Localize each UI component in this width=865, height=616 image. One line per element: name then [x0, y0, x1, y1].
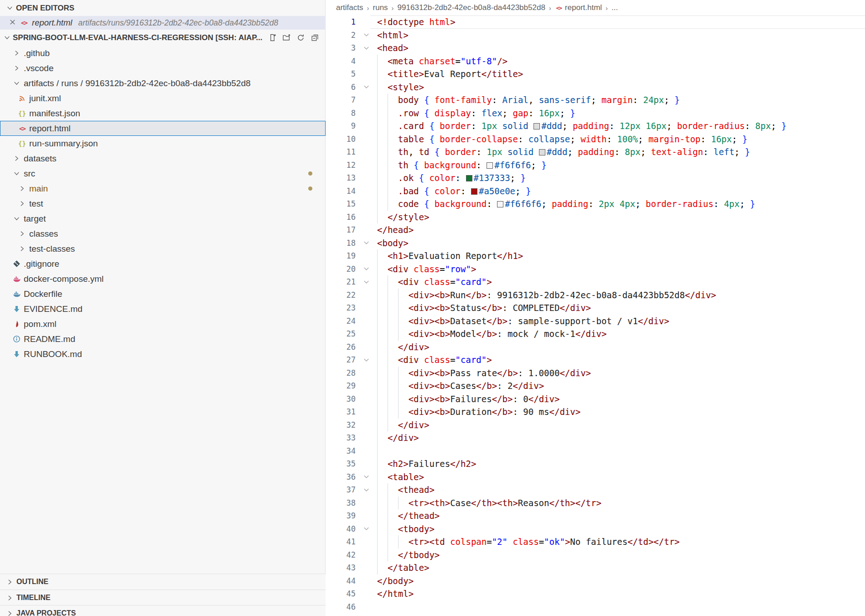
code-line-20[interactable]: 20<div class="row"> [326, 263, 865, 276]
code-line-32[interactable]: 32</div> [326, 419, 865, 432]
new-folder-icon[interactable] [282, 33, 291, 42]
tree-item-github[interactable]: .github [0, 46, 326, 61]
tree-item-report-html[interactable]: <>report.html [0, 121, 326, 136]
tree-item-test-classes[interactable]: test-classes [0, 241, 326, 256]
code-line-29[interactable]: 29<div><b>Cases</b>: 2</div> [326, 379, 865, 393]
code-line-35[interactable]: 35<h2>Failures</h2> [326, 457, 865, 471]
breadcrumb-item[interactable]: ... [611, 3, 618, 12]
tree-item-gitignore[interactable]: .gitignore [0, 256, 326, 271]
code-line-17[interactable]: 17</head> [326, 223, 865, 237]
fold-chevron-icon[interactable] [356, 263, 377, 276]
fold-chevron-icon[interactable] [356, 41, 377, 55]
open-editors-header[interactable]: OPEN EDITORS [0, 0, 325, 16]
fold-chevron-icon[interactable] [356, 29, 377, 42]
fold-chevron-icon[interactable] [356, 81, 377, 94]
code-line-36[interactable]: 36<table> [326, 471, 865, 484]
breadcrumb-item[interactable]: artifacts [336, 3, 363, 12]
code-line-5[interactable]: 5<title>Eval Report</title> [326, 67, 865, 81]
line-number: 20 [326, 263, 356, 276]
code-line-1[interactable]: 1<!doctype html> [326, 16, 865, 29]
code-line-4[interactable]: 4<meta charset="utf-8"/> [326, 55, 865, 68]
code-line-28[interactable]: 28<div><b>Pass rate</b>: 1.0000</div> [326, 367, 865, 380]
code-line-33[interactable]: 33</div> [326, 431, 865, 445]
breadcrumb-item[interactable]: runs [373, 3, 388, 12]
code-line-3[interactable]: 3<head> [326, 41, 865, 55]
code-line-23[interactable]: 23<div><b>Status</b>: COMPLETED</div> [326, 301, 865, 315]
fold-chevron-icon[interactable] [356, 275, 377, 289]
fold-chevron-icon[interactable] [356, 471, 377, 484]
code-line-21[interactable]: 21<div class="card"> [326, 275, 865, 289]
tree-item-artifacts-runs-9916312b-2db2-42ec-b0a8-da4423bb52d8[interactable]: artifacts / runs / 9916312b-2db2-42ec-b0… [0, 76, 326, 91]
fold-chevron-icon[interactable] [356, 523, 377, 536]
tree-item-test[interactable]: test [0, 196, 326, 211]
code-line-42[interactable]: 42</tbody> [326, 549, 865, 562]
code-line-38[interactable]: 38<tr><th>Case</th><th>Reason</th></tr> [326, 497, 865, 510]
tree-item-vscode[interactable]: .vscode [0, 61, 326, 76]
open-editor-report-html[interactable]: <> report.html artifacts/runs/9916312b-2… [0, 16, 325, 30]
code-line-24[interactable]: 24<div><b>Dataset</b>: sample-support-bo… [326, 315, 865, 328]
tree-item-label: junit.xml [29, 93, 61, 104]
code-line-39[interactable]: 39</thead> [326, 509, 865, 523]
code-line-12[interactable]: 12th { background: #f6f6f6; } [326, 159, 865, 172]
tree-item-src[interactable]: src [0, 166, 326, 181]
section-header-java-projects[interactable]: JAVA PROJECTS [0, 605, 326, 616]
code-line-14[interactable]: 14.bad { color: #a50e0e; } [326, 185, 865, 198]
code-line-10[interactable]: 10table { border-collapse: collapse; wid… [326, 133, 865, 146]
refresh-icon[interactable] [296, 33, 306, 42]
modified-badge [308, 186, 312, 191]
color-swatch [497, 201, 503, 207]
code-line-25[interactable]: 25<div><b>Model</b>: mock / mock-1</div> [326, 327, 865, 341]
tree-item-dockerfile[interactable]: Dockerfile [0, 286, 326, 301]
tree-item-manifest-json[interactable]: {}manifest.json [0, 106, 326, 121]
code-line-30[interactable]: 30<div><b>Failures</b>: 0</div> [326, 393, 865, 406]
code-line-11[interactable]: 11th, td { border: 1px solid #ddd; paddi… [326, 145, 865, 159]
tree-item-target[interactable]: target [0, 211, 326, 226]
code-line-2[interactable]: 2<html> [326, 29, 865, 42]
tree-item-pom-xml[interactable]: pom.xml [0, 316, 326, 331]
code-line-15[interactable]: 15code { background: #f6f6f6; padding: 2… [326, 197, 865, 211]
code-line-27[interactable]: 27<div class="card"> [326, 353, 865, 367]
code-line-6[interactable]: 6<style> [326, 81, 865, 94]
tree-item-evidence-md[interactable]: EVIDENCE.md [0, 301, 326, 316]
tree-item-runbook-md[interactable]: RUNBOOK.md [0, 347, 326, 362]
collapse-all-icon[interactable] [311, 33, 320, 42]
tree-item-classes[interactable]: classes [0, 226, 326, 241]
tree-item-docker-compose-yml[interactable]: docker-compose.yml [0, 271, 326, 286]
code-editor[interactable]: 1<!doctype html>2<html>3<head>4<meta cha… [326, 16, 865, 613]
code-line-43[interactable]: 43</table> [326, 561, 865, 575]
line-number: 12 [326, 159, 356, 172]
breadcrumb-item[interactable]: 9916312b-2db2-42ec-b0a8-da4423bb52d8 [398, 3, 545, 12]
section-header-timeline[interactable]: TIMELINE [0, 590, 326, 606]
fold-chevron-icon[interactable] [356, 483, 377, 497]
code-line-37[interactable]: 37<thead> [326, 483, 865, 497]
tree-item-label: test-classes [29, 244, 75, 254]
code-line-44[interactable]: 44</body> [326, 575, 865, 588]
fold-chevron-icon[interactable] [356, 353, 377, 367]
code-line-41[interactable]: 41<tr><td colspan="2" class="ok">No fail… [326, 535, 865, 549]
code-line-16[interactable]: 16</style> [326, 211, 865, 224]
code-line-18[interactable]: 18<body> [326, 237, 865, 250]
breadcrumb-item[interactable]: <>report.html [555, 3, 602, 12]
code-line-46[interactable]: 46 [326, 600, 865, 614]
code-line-26[interactable]: 26</div> [326, 341, 865, 354]
close-icon[interactable] [9, 18, 16, 28]
code-line-13[interactable]: 13.ok { color: #137333; } [326, 171, 865, 185]
new-file-icon[interactable] [268, 33, 277, 42]
section-header-outline[interactable]: OUTLINE [0, 574, 326, 590]
project-section-header[interactable]: SPRING-BOOT-LLM-EVAL-HARNESS-CI-REGRESSI… [0, 30, 325, 46]
code-line-31[interactable]: 31<div><b>Duration</b>: 90 ms</div> [326, 405, 865, 419]
code-line-8[interactable]: 8.row { display: flex; gap: 16px; } [326, 107, 865, 120]
code-line-19[interactable]: 19<h1>Evaluation Report</h1> [326, 249, 865, 263]
tree-item-datasets[interactable]: datasets [0, 151, 326, 166]
tree-item-main[interactable]: main [0, 181, 326, 196]
tree-item-junit-xml[interactable]: junit.xml [0, 91, 326, 106]
code-line-40[interactable]: 40<tbody> [326, 523, 865, 536]
tree-item-readme-md[interactable]: README.md [0, 331, 326, 347]
code-line-9[interactable]: 9.card { border: 1px solid #ddd; padding… [326, 119, 865, 133]
code-line-34[interactable]: 34 [326, 445, 865, 458]
tree-item-run-summary-json[interactable]: {}run-summary.json [0, 136, 326, 151]
code-line-7[interactable]: 7body { font-family: Arial, sans-serif; … [326, 93, 865, 107]
code-line-45[interactable]: 45</html> [326, 587, 865, 600]
fold-chevron-icon[interactable] [356, 237, 377, 250]
code-line-22[interactable]: 22<div><b>Run</b>: 9916312b-2db2-42ec-b0… [326, 289, 865, 302]
